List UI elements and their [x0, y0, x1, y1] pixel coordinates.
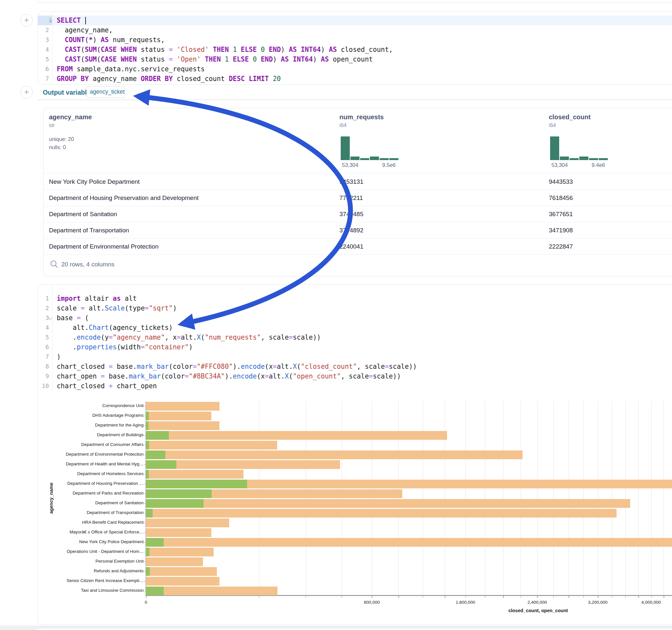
x-axis-tick — [612, 596, 613, 598]
gridline — [465, 401, 466, 595]
histogram-bar — [389, 158, 399, 160]
table-cell: 3749485 — [339, 206, 363, 222]
code-line: alt.Chart(agency_tickets) — [57, 323, 173, 333]
sql-code-editor[interactable]: 1SELECT 2 agency_name,3 COUNT(*) AS num_… — [38, 12, 672, 84]
x-axis-tick — [537, 596, 538, 598]
column-name: agency_name — [49, 114, 92, 121]
gutter-separator — [52, 285, 52, 392]
y-tick-label: Personal Exemption Unit — [49, 559, 144, 563]
code-line: chart_closed = base.mark_bar(color="#FFC… — [57, 362, 417, 371]
add-cell-button-top[interactable]: + — [20, 14, 33, 27]
output-variable-pill[interactable]: agency_tickets — [86, 86, 125, 98]
y-tick-label: Department of Homeless Services — [49, 471, 144, 476]
code-line: base = ( — [57, 313, 89, 323]
column-histogram — [341, 137, 399, 160]
active-line-highlight — [52, 16, 672, 25]
histogram-bar — [341, 137, 350, 160]
x-tick-label: 1,600,000 — [456, 600, 475, 605]
x-tick-label: 4,000,000 — [641, 600, 661, 605]
x-axis-tick — [306, 596, 306, 598]
bar-closed — [146, 538, 672, 547]
output-variable-label: Output variable: — [43, 89, 92, 96]
x-axis-title: closed_count, open_count — [508, 608, 568, 613]
gridline — [521, 401, 521, 595]
y-tick-label: Operations Unit - Department of Hom… — [49, 549, 144, 554]
line-number: 9 — [38, 371, 49, 381]
column-header-agency_name[interactable]: agency_namestrunique: 20nulls: 0 — [49, 108, 92, 128]
histogram-bar — [599, 158, 608, 160]
line-number: 6 — [38, 342, 49, 352]
previous-cell-edge — [35, 0, 672, 3]
histogram-bar — [560, 156, 569, 160]
collapse-chevron-icon[interactable] — [48, 316, 52, 319]
gridline — [583, 401, 584, 595]
line-number: 6 — [38, 64, 49, 74]
column-stat: unique: 20 — [49, 136, 74, 142]
table-cell: 3471908 — [549, 222, 573, 238]
table-cell: Department of Transportation — [49, 222, 129, 238]
bar-closed — [146, 557, 203, 566]
text-cursor — [85, 17, 86, 24]
y-tick-label: Senior Citizen Rent Increase Exempti… — [49, 578, 144, 583]
code-line: chart_open = base.mark_bar(color="#8BC34… — [57, 371, 401, 381]
line-number: 7 — [38, 352, 49, 362]
x-axis-tick — [259, 596, 260, 598]
column-name: closed_count — [549, 114, 591, 121]
gridline — [342, 401, 342, 595]
notebook-page: + + 1SELECT 2 agency_name,3 COUNT(*) AS … — [0, 0, 672, 630]
bar-closed — [146, 567, 217, 576]
table-cell: 3677651 — [549, 206, 573, 222]
next-cell-edge — [35, 628, 672, 630]
bar-open — [146, 451, 165, 459]
table-cell: 2240041 — [339, 239, 363, 255]
bar-open — [146, 509, 153, 517]
bar-closed — [146, 509, 617, 517]
column-header-num_requests[interactable]: num_requestsi6453,3049.5e6 — [339, 108, 384, 128]
histogram-max-label: 9.5e6 — [382, 162, 395, 168]
output-row-divider — [38, 99, 672, 100]
histogram-max-label: 9.4e6 — [592, 162, 605, 168]
column-type: i64 — [339, 122, 384, 128]
gridline — [612, 401, 612, 595]
y-tick-label: Refunds and Adjustments — [49, 568, 144, 573]
table-row[interactable]: New York City Police Department945313194… — [44, 174, 672, 190]
python-code-editor[interactable]: 1import altair as alt2scale = alt.Scale(… — [38, 285, 672, 392]
line-number: 4 — [38, 45, 49, 54]
table-cell: 7782211 — [339, 190, 363, 206]
bar-open — [146, 412, 149, 420]
table-cell: Department of Environmental Protection — [49, 239, 159, 255]
code-line: chart_closed + chart_open — [57, 381, 157, 391]
code-line: agency_name, — [57, 25, 113, 35]
y-tick-label: Department of Environmental Protection — [49, 452, 144, 457]
y-tick-label: Department of Consumer Affairs — [49, 442, 144, 447]
table-cell: 9443533 — [549, 174, 573, 190]
table-row[interactable]: Department of Environmental Protection22… — [44, 239, 672, 255]
x-tick-label: 3,200,000 — [588, 600, 607, 605]
add-cell-button-output[interactable]: + — [20, 86, 33, 98]
bar-open — [146, 538, 164, 547]
table-cell: New York City Police Department — [49, 174, 140, 190]
x-axis-tick — [423, 596, 423, 598]
table-row[interactable]: Department of Sanitation37494853677651 — [44, 206, 672, 222]
x-tick-label: 800,000 — [364, 600, 380, 605]
y-tick-label: Department of Health and Mental Hyg… — [49, 461, 144, 466]
y-tick-label: Department of Sanitation — [49, 500, 144, 505]
bar-closed — [146, 528, 211, 537]
table-row[interactable]: Department of Transportation377489234719… — [44, 222, 672, 239]
y-tick-label: Taxi and Limousine Commission — [49, 588, 144, 593]
table-row[interactable]: Department of Housing Preservation and D… — [44, 190, 672, 206]
line-number: 3 — [38, 35, 49, 45]
y-axis-domain-line — [146, 401, 146, 596]
gridline — [553, 401, 554, 595]
x-axis-tick — [146, 596, 146, 598]
histogram-bar — [360, 158, 369, 160]
histogram-bar — [550, 137, 559, 160]
line-number: 1 — [38, 294, 49, 303]
y-tick-label: Correspondence Unit — [49, 403, 144, 408]
table-cell: Department of Sanitation — [49, 206, 117, 222]
column-header-closed_count[interactable]: closed_counti6453,3049.4e6 — [549, 108, 591, 128]
search-icon[interactable] — [50, 260, 58, 268]
gridline — [664, 401, 664, 595]
x-axis-tick — [583, 596, 584, 598]
x-axis-tick — [399, 596, 399, 598]
